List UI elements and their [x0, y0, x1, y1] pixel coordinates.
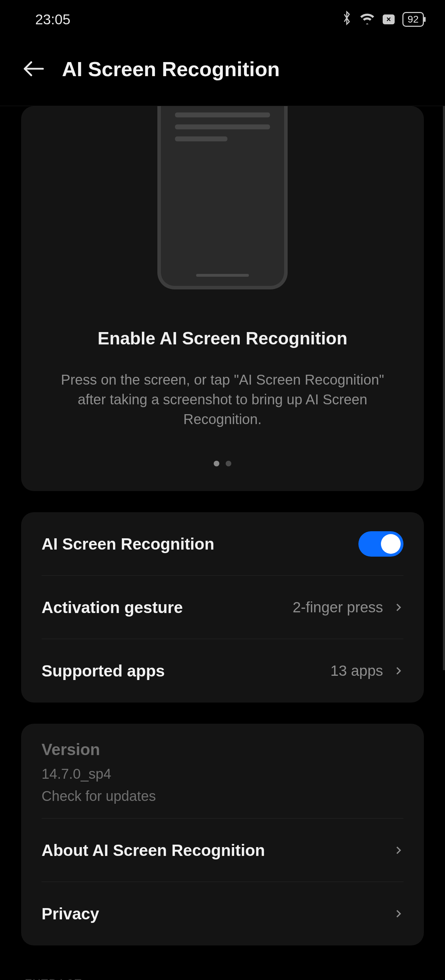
row-label: Activation gesture [41, 598, 183, 617]
row-value: 2-finger press [293, 599, 383, 616]
arrow-left-icon [22, 60, 44, 78]
row-label: Supported apps [41, 661, 165, 680]
status-bar: 23:05 × 92 [0, 0, 445, 39]
phone-illustration [157, 106, 288, 290]
settings-card: AI Screen Recognition Activation gesture… [21, 512, 424, 703]
chevron-right-icon [394, 666, 404, 676]
chevron-right-icon [394, 845, 404, 855]
row-label: About AI Screen Recognition [41, 841, 265, 860]
check-updates-label: Check for updates [41, 788, 404, 804]
toggle-knob [381, 534, 401, 554]
chevron-right-icon [394, 603, 404, 612]
wifi-icon [359, 12, 375, 27]
version-label: Version [41, 740, 404, 759]
section-heading-extract: EXTRACT [25, 977, 420, 980]
toggle-row-ai-screen-recognition[interactable]: AI Screen Recognition [41, 512, 404, 576]
page-title: AI Screen Recognition [62, 57, 280, 81]
status-indicators: × 92 [342, 10, 424, 29]
row-privacy[interactable]: Privacy [41, 882, 404, 945]
status-time: 23:05 [35, 12, 70, 27]
bluetooth-icon [342, 10, 352, 29]
back-button[interactable] [21, 56, 46, 81]
row-label: Privacy [41, 904, 99, 923]
toggle-switch[interactable] [358, 531, 404, 557]
chevron-right-icon [394, 909, 404, 919]
battery-indicator: 92 [402, 12, 424, 27]
version-value: 14.7.0_sp4 [41, 766, 404, 782]
pager-dot[interactable] [226, 461, 231, 466]
row-supported-apps[interactable]: Supported apps 13 apps [41, 639, 404, 703]
info-card: Version 14.7.0_sp4 Check for updates Abo… [21, 724, 424, 945]
carousel-pager[interactable] [49, 461, 396, 466]
intro-description: Press on the screen, or tap "AI Screen R… [49, 370, 396, 429]
row-value: 13 apps [331, 662, 383, 679]
intro-title: Enable AI Screen Recognition [49, 328, 396, 348]
scrollbar[interactable] [443, 106, 445, 670]
app-header: AI Screen Recognition [0, 39, 445, 106]
row-about[interactable]: About AI Screen Recognition [41, 819, 404, 882]
row-version[interactable]: Version 14.7.0_sp4 Check for updates [41, 724, 404, 819]
row-activation-gesture[interactable]: Activation gesture 2-finger press [41, 576, 404, 639]
pager-dot[interactable] [214, 461, 219, 466]
intro-card[interactable]: Enable AI Screen Recognition Press on th… [21, 106, 424, 491]
sim-status-icon: × [383, 14, 395, 24]
row-label: AI Screen Recognition [41, 535, 214, 554]
